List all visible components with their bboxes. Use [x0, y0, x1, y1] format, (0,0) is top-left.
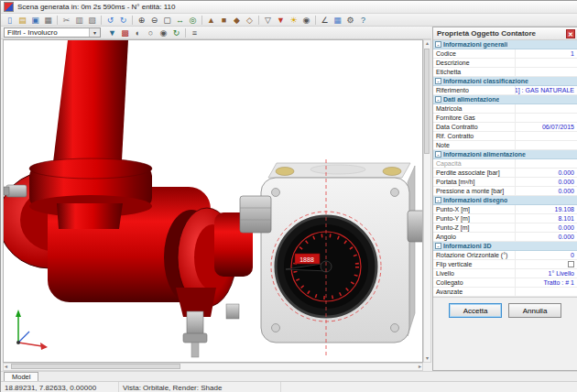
axonometry-icon[interactable]: ◇: [244, 15, 256, 26]
cut-icon[interactable]: ✂: [60, 15, 72, 26]
tab-model[interactable]: Model: [4, 372, 38, 381]
involucro-toggle-icon[interactable]: ▩: [119, 27, 131, 38]
scroll-right-icon[interactable]: ▸: [418, 364, 422, 370]
property-subheader-row[interactable]: Capacità: [433, 159, 577, 169]
property-value[interactable]: [516, 261, 577, 267]
close-icon[interactable]: ✕: [566, 29, 575, 38]
undo-icon[interactable]: ↺: [104, 15, 116, 26]
property-row[interactable]: Portata [m³/h]0.000: [433, 178, 577, 187]
paste-icon[interactable]: ▧: [86, 15, 98, 26]
refresh-scene-icon[interactable]: ↻: [170, 27, 182, 38]
property-value[interactable]: 06/07/2015: [516, 123, 577, 132]
section-header-row[interactable]: -Informazioni alimentazione: [433, 150, 577, 159]
transparency-icon[interactable]: ◐: [132, 27, 144, 38]
property-value[interactable]: 0.000: [516, 233, 577, 242]
property-row[interactable]: Perdite associate [bar]0.000: [433, 169, 577, 178]
property-label: Rif. Contratto: [433, 132, 516, 141]
grid-icon[interactable]: ▦: [332, 15, 343, 26]
property-row[interactable]: Livello1° Livello: [433, 269, 577, 278]
collapse-icon[interactable]: -: [435, 96, 441, 103]
measure-icon[interactable]: ∠: [319, 15, 331, 26]
zoom-in-icon[interactable]: ⊕: [136, 15, 147, 26]
orbit-icon[interactable]: ◎: [187, 15, 199, 26]
property-value[interactable]: 8.101: [516, 214, 577, 223]
new-scene-icon[interactable]: ▯: [4, 15, 16, 26]
property-value[interactable]: Classificazione [1] : GAS NATURALE: [516, 86, 577, 95]
property-row[interactable]: Punto-X [m]19.108: [433, 205, 577, 214]
section-header-row[interactable]: -Informazioni classificazione: [433, 77, 577, 86]
camera-icon[interactable]: ◉: [300, 15, 312, 26]
zoom-out-icon[interactable]: ⊖: [148, 15, 160, 26]
copy-icon[interactable]: ▥: [73, 15, 85, 26]
property-row[interactable]: Data Contratto06/07/2015: [433, 123, 577, 132]
viewport[interactable]: 1888: [3, 39, 423, 363]
property-row[interactable]: Angolo0.000: [433, 233, 577, 242]
horizontal-scroll-thumb[interactable]: [11, 364, 180, 369]
scroll-up-icon[interactable]: ▴: [425, 40, 430, 47]
annulla-button[interactable]: Annulla: [508, 303, 561, 318]
property-row[interactable]: CollegatoTratto : # 1: [433, 278, 577, 288]
property-row[interactable]: Etichetta: [433, 68, 577, 77]
isolate-object-icon[interactable]: ◉: [158, 27, 169, 38]
axis-gizmo: [16, 310, 48, 350]
gas-meter[interactable]: 1888: [240, 163, 422, 343]
property-row[interactable]: Note: [433, 141, 577, 150]
property-row[interactable]: Fornitore Gas: [433, 114, 577, 123]
section-header-row[interactable]: -Informazioni generali: [433, 40, 577, 49]
collapse-icon[interactable]: -: [435, 197, 441, 203]
property-row[interactable]: Pressione a monte [bar]0.000: [433, 187, 577, 196]
property-row[interactable]: RiferimentoClassificazione [1] : GAS NAT…: [433, 86, 577, 95]
print-icon[interactable]: ▦: [42, 15, 54, 26]
flip-verticale-checkbox[interactable]: [568, 261, 574, 267]
vertical-scroll-thumb[interactable]: [424, 49, 430, 154]
property-value[interactable]: 0.000: [516, 187, 577, 196]
chevron-down-icon[interactable]: ▾: [89, 28, 100, 37]
property-value[interactable]: 1: [516, 49, 577, 59]
collapse-icon[interactable]: -: [435, 41, 441, 48]
top-view-icon[interactable]: ▲: [205, 15, 217, 26]
side-view-icon[interactable]: ◆: [231, 15, 243, 26]
property-row[interactable]: Rotazione Orizzontale (°)0: [433, 251, 577, 260]
property-value[interactable]: 0.000: [516, 169, 577, 178]
pan-icon[interactable]: ↔: [174, 15, 186, 26]
save-icon[interactable]: ▣: [29, 15, 41, 26]
section-header-row[interactable]: -Dati alimentazione: [433, 95, 577, 104]
scroll-left-icon[interactable]: ◂: [4, 364, 8, 370]
front-view-icon[interactable]: ■: [218, 15, 230, 26]
filter-apply-icon[interactable]: ▼: [106, 27, 118, 38]
property-row[interactable]: Punto-Y [m]8.101: [433, 214, 577, 223]
hide-object-icon[interactable]: ○: [145, 27, 157, 38]
property-value[interactable]: Tratto : # 1: [516, 278, 577, 288]
property-value[interactable]: 0.000: [516, 178, 577, 187]
open-project-icon[interactable]: ▤: [16, 15, 28, 26]
scroll-down-icon[interactable]: ▾: [425, 355, 430, 362]
section-header-row[interactable]: -Informazioni disegno: [433, 196, 577, 205]
light-icon[interactable]: ☀: [288, 15, 299, 26]
collapse-icon[interactable]: -: [435, 151, 441, 158]
section-header-row[interactable]: -Informazioni 3D: [433, 242, 577, 251]
property-value[interactable]: 19.108: [516, 205, 577, 214]
entity-list-icon[interactable]: ≡: [189, 27, 201, 38]
wireframe-render-icon[interactable]: ▽: [262, 15, 274, 26]
shade-render-icon[interactable]: ▼: [275, 15, 287, 26]
property-row[interactable]: Descrizione: [433, 59, 577, 68]
accetta-button[interactable]: Accetta: [449, 303, 502, 318]
red-pipe-assembly[interactable]: [4, 40, 253, 317]
zoom-window-icon[interactable]: ▢: [161, 15, 173, 26]
property-row[interactable]: Punto-Z [m]0.000: [433, 223, 577, 233]
collapse-icon[interactable]: -: [435, 78, 441, 84]
property-row[interactable]: Rif. Contratto: [433, 132, 577, 141]
property-row[interactable]: Codice1: [433, 49, 577, 59]
section-label: Informazioni classificazione: [443, 77, 528, 86]
help-icon[interactable]: ?: [357, 15, 369, 26]
collapse-icon[interactable]: -: [435, 243, 441, 249]
property-row[interactable]: Matricola: [433, 104, 577, 114]
property-value[interactable]: 1° Livello: [516, 269, 577, 278]
filter-combo[interactable]: Filtri - Involucro ▾: [4, 27, 101, 38]
property-row[interactable]: Avanzate: [433, 288, 577, 297]
redo-icon[interactable]: ↻: [117, 15, 129, 26]
property-value[interactable]: 0: [516, 251, 577, 260]
property-value[interactable]: 0.000: [516, 223, 577, 233]
settings-icon[interactable]: ⚙: [344, 15, 356, 26]
property-row[interactable]: Flip verticale: [433, 260, 577, 269]
